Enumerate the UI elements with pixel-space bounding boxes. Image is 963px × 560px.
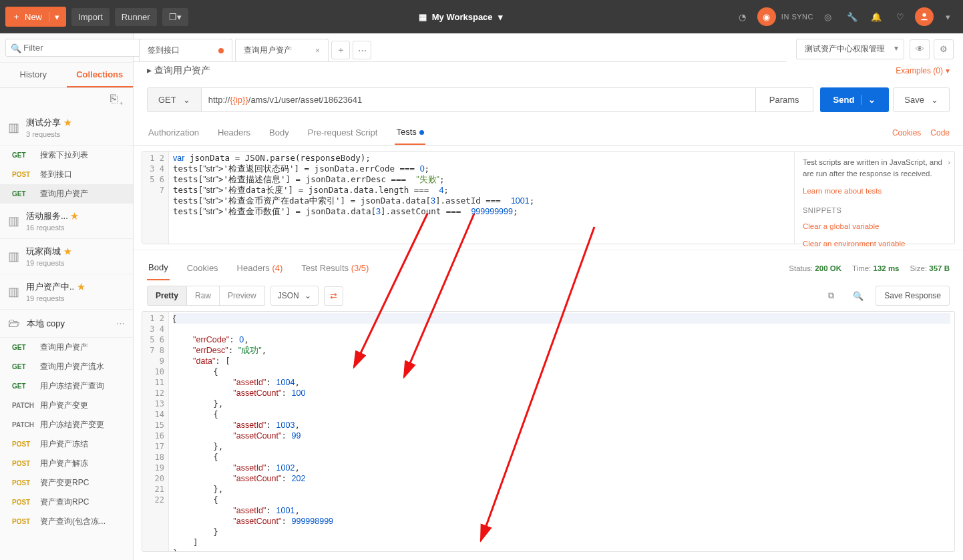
sync-icon[interactable]: ◉ bbox=[757, 7, 776, 26]
request-item[interactable]: POST资产变更RPC bbox=[0, 473, 133, 493]
request-tab[interactable]: 签到接口 bbox=[139, 39, 232, 61]
json-gutter: 1 2 3 4 5 6 7 8 9 10 11 12 13 14 15 16 1… bbox=[142, 312, 169, 551]
chevron-down-icon: ▾ bbox=[498, 12, 503, 22]
view-mode-group: Pretty Raw Preview bbox=[147, 286, 265, 306]
chevron-down-icon: ⌄ bbox=[305, 291, 311, 300]
pretty-button[interactable]: Pretty bbox=[147, 286, 187, 306]
new-window-button[interactable]: ❐▾ bbox=[162, 8, 188, 26]
line-gutter: 1 2 3 4 5 6 7 bbox=[142, 152, 169, 244]
tab-overflow-button[interactable]: ⋯ bbox=[353, 41, 371, 59]
new-button[interactable]: ＋ New ▾ bbox=[5, 7, 66, 27]
filter-input[interactable] bbox=[5, 39, 142, 57]
method-selector[interactable]: GET ⌄ bbox=[147, 87, 202, 112]
send-button[interactable]: Send ⌄ bbox=[820, 87, 890, 112]
resp-tab-body[interactable]: Body bbox=[147, 256, 170, 280]
raw-button[interactable]: Raw bbox=[187, 286, 220, 306]
cookies-link[interactable]: Cookies bbox=[892, 128, 921, 137]
workspace-selector[interactable]: ▦ My Workspace ▾ bbox=[419, 12, 503, 22]
request-tab[interactable]: 查询用户资产 × bbox=[235, 39, 329, 61]
tab-headers[interactable]: Headers bbox=[216, 121, 252, 144]
star-icon: ★ bbox=[63, 246, 72, 256]
time-value: 132 ms bbox=[874, 264, 900, 272]
request-item[interactable]: POST签到接口 bbox=[0, 165, 133, 184]
resp-tab-cookies[interactable]: Cookies bbox=[186, 256, 220, 280]
collection-folder[interactable]: 🗁 本地 copy ⋯ bbox=[0, 310, 133, 338]
runner-button[interactable]: Runner bbox=[115, 8, 157, 26]
caret-icon[interactable]: ▸ bbox=[147, 65, 152, 75]
snippet-link[interactable]: Clear a global variable bbox=[803, 221, 946, 232]
tab-tests[interactable]: Tests bbox=[395, 120, 425, 145]
search-response-icon[interactable]: 🔍 bbox=[846, 286, 870, 306]
grid-icon: ▦ bbox=[419, 12, 427, 22]
main-content: 签到接口 查询用户资产 × ＋ ⋯ 测试资产中心权限管理 👁 ⚙ ▸ 查询用户资… bbox=[134, 33, 963, 560]
request-item[interactable]: GET用户冻结资产查询 bbox=[0, 376, 133, 396]
request-item[interactable]: POST资产查询(包含冻... bbox=[0, 512, 133, 531]
response-body[interactable]: { "errCode": 0, "errDesc": "成功", "data":… bbox=[169, 312, 954, 551]
tab-body[interactable]: Body bbox=[268, 121, 291, 144]
request-item[interactable]: GET查询用户资产 bbox=[0, 338, 133, 357]
copy-icon[interactable]: ⧉ bbox=[821, 286, 841, 306]
resp-tab-testresults[interactable]: Test Results (3/5) bbox=[300, 256, 370, 280]
star-icon: ★ bbox=[77, 282, 85, 292]
resp-tab-headers[interactable]: Headers (4) bbox=[236, 256, 284, 280]
request-title: 查询用户资产 bbox=[154, 65, 210, 75]
proxy-icon[interactable]: ◔ bbox=[733, 7, 752, 26]
chevron-down-icon: ⌄ bbox=[183, 95, 190, 105]
collection-item[interactable]: ▥ 用户资产中.. ★19 requests bbox=[0, 274, 133, 310]
chevron-right-icon[interactable]: › bbox=[948, 157, 950, 168]
request-item[interactable]: POST用户资产解冻 bbox=[0, 454, 133, 473]
request-item[interactable]: POST资产查询RPC bbox=[0, 493, 133, 512]
bell-icon[interactable]: 🔔 bbox=[867, 7, 886, 26]
indicator-dot-icon bbox=[419, 130, 424, 135]
size-value: 357 B bbox=[929, 264, 950, 272]
request-item[interactable]: PATCH用户资产变更 bbox=[0, 396, 133, 415]
tab-authorization[interactable]: Authorization bbox=[147, 121, 200, 144]
params-button[interactable]: Params bbox=[756, 87, 813, 112]
eye-icon[interactable]: 👁 bbox=[910, 39, 930, 59]
heart-icon[interactable]: ♡ bbox=[891, 7, 910, 26]
collection-item[interactable]: ▥ 活动服务... ★16 requests bbox=[0, 204, 133, 239]
url-input[interactable]: http://{{ip}}/ams/v1/user/asset/18623641 bbox=[202, 87, 756, 112]
folder-open-icon: 🗁 bbox=[8, 316, 20, 330]
save-button[interactable]: Save ⌄ bbox=[893, 87, 950, 112]
chevron-down-icon[interactable]: ▾ bbox=[939, 7, 958, 26]
wrap-icon[interactable]: ⇄ bbox=[324, 286, 343, 306]
satellite-icon[interactable]: ◎ bbox=[819, 7, 837, 26]
tab-prerequest[interactable]: Pre-request Script bbox=[307, 121, 379, 144]
snippets-panel: › Test scripts are written in JavaScript… bbox=[794, 152, 954, 244]
request-item[interactable]: GET查询用户资产 bbox=[0, 184, 133, 204]
learn-more-link[interactable]: Learn more about tests bbox=[803, 186, 946, 197]
format-selector[interactable]: JSON ⌄ bbox=[270, 286, 319, 306]
folder-icon: ▥ bbox=[8, 214, 19, 228]
tests-editor[interactable]: var jsonData = JSON.parse(responseBody);… bbox=[169, 152, 794, 244]
tab-collections[interactable]: Collections bbox=[67, 63, 134, 87]
star-icon: ★ bbox=[70, 211, 79, 221]
add-collection-icon[interactable]: ⎘₊ bbox=[110, 92, 125, 105]
top-toolbar: ＋ New ▾ Import Runner ❐▾ ▦ My Workspace … bbox=[0, 0, 963, 33]
collection-item[interactable]: ▥ 玩家商城 ★19 requests bbox=[0, 239, 133, 274]
environment-selector[interactable]: 测试资产中心权限管理 bbox=[796, 39, 904, 59]
plus-icon: ＋ bbox=[12, 11, 21, 23]
collection-item[interactable]: ▥ 测试分享 ★3 requests bbox=[0, 110, 133, 146]
code-link[interactable]: Code bbox=[930, 128, 950, 137]
tab-history[interactable]: History bbox=[0, 63, 67, 87]
wrench-icon[interactable]: 🔧 bbox=[843, 7, 861, 26]
gear-icon[interactable]: ⚙ bbox=[934, 39, 954, 59]
request-item[interactable]: GET搜索下拉列表 bbox=[0, 146, 133, 165]
close-icon[interactable]: × bbox=[315, 46, 320, 55]
avatar[interactable] bbox=[915, 7, 934, 26]
chevron-down-icon[interactable]: ⌄ bbox=[861, 95, 876, 105]
examples-link[interactable]: Examples (0) ▾ bbox=[896, 66, 950, 75]
status-value: 200 OK bbox=[815, 264, 841, 272]
add-tab-button[interactable]: ＋ bbox=[331, 41, 350, 59]
more-icon[interactable]: ⋯ bbox=[116, 318, 125, 328]
chevron-down-icon[interactable]: ⌄ bbox=[931, 95, 938, 105]
snippet-link[interactable]: Clear an environment variable bbox=[803, 238, 946, 250]
request-item[interactable]: PATCH用户冻结资产变更 bbox=[0, 415, 133, 435]
chevron-down-icon[interactable]: ▾ bbox=[49, 12, 59, 22]
request-item[interactable]: POST用户资产冻结 bbox=[0, 435, 133, 454]
import-button[interactable]: Import bbox=[71, 8, 110, 26]
request-item[interactable]: GET查询用户资产流水 bbox=[0, 357, 133, 376]
preview-button[interactable]: Preview bbox=[220, 286, 265, 306]
save-response-button[interactable]: Save Response bbox=[876, 286, 950, 306]
